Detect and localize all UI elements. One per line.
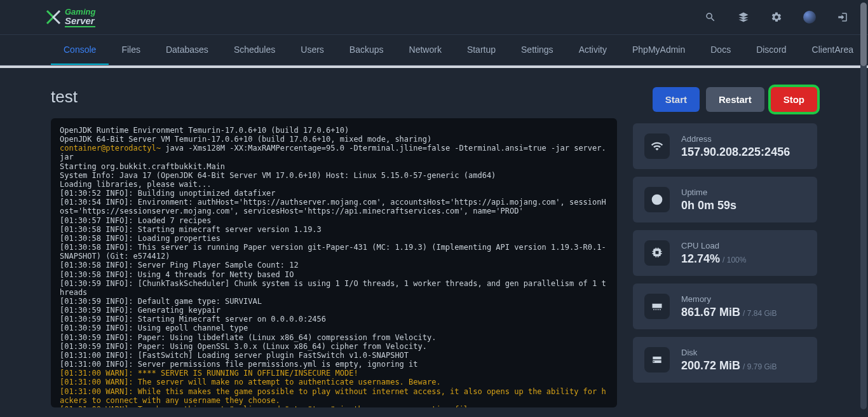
tab-files[interactable]: Files bbox=[109, 36, 153, 65]
tab-activity[interactable]: Activity bbox=[566, 36, 620, 65]
console-line: [01:30:58 INFO]: This server is running … bbox=[60, 243, 608, 261]
console-line: [01:31:00 WARN]: **** SERVER IS RUNNING … bbox=[60, 369, 608, 378]
scrollbar-thumb[interactable] bbox=[860, 3, 867, 66]
console-output[interactable]: OpenJDK Runtime Environment Temurin-17.0… bbox=[51, 118, 617, 407]
console-line: OpenJDK Runtime Environment Temurin-17.0… bbox=[60, 126, 608, 135]
stop-button[interactable]: Stop bbox=[771, 87, 817, 112]
console-line: [01:30:57 INFO]: Loaded 7 recipes bbox=[60, 216, 608, 225]
tab-phpmyadmin[interactable]: PhpMyAdmin bbox=[620, 36, 698, 65]
stat-value: 200.72 MiB/ 9.79 GiB bbox=[681, 359, 776, 373]
console-line: Loading libraries, please wait... bbox=[60, 180, 608, 189]
server-title: test bbox=[51, 87, 617, 107]
console-line: [01:30:59 INFO]: [ChunkTaskScheduler] Ch… bbox=[60, 279, 608, 297]
console-line: [01:30:59 INFO]: Starting Minecraft serv… bbox=[60, 315, 608, 324]
tab-settings[interactable]: Settings bbox=[508, 36, 566, 65]
tab-backups[interactable]: Backups bbox=[337, 36, 397, 65]
tab-schedules[interactable]: Schedules bbox=[221, 36, 288, 65]
console-line: [01:31:00 WARN]: While this makes the ga… bbox=[60, 387, 608, 405]
clock-icon bbox=[644, 187, 670, 212]
logo-icon bbox=[44, 8, 62, 26]
logo-text: Gaming Server bbox=[65, 8, 95, 27]
logo[interactable]: Gaming Server bbox=[44, 8, 95, 27]
navbar: ConsoleFilesDatabasesSchedulesUsersBacku… bbox=[0, 35, 868, 65]
wifi-icon bbox=[644, 133, 670, 159]
stat-value: 861.67 MiB/ 7.84 GiB bbox=[681, 306, 776, 319]
settings-icon[interactable] bbox=[770, 11, 783, 24]
power-controls: Start Restart Stop bbox=[633, 87, 817, 112]
disk-icon bbox=[644, 347, 670, 373]
search-icon[interactable] bbox=[704, 11, 717, 24]
cpu-icon bbox=[644, 240, 670, 266]
console-line: [01:30:59 INFO]: Generating keypair bbox=[60, 306, 608, 315]
console-line: [01:31:00 WARN]: To change this, set "on… bbox=[60, 405, 608, 407]
tab-discord[interactable]: Discord bbox=[743, 36, 799, 65]
topbar: Gaming Server bbox=[0, 0, 868, 35]
tab-clientarea[interactable]: ClientArea bbox=[799, 36, 866, 65]
right-column: Start Restart Stop Address 157.90.208.22… bbox=[633, 87, 817, 407]
stat-address: Address 157.90.208.225:2456 bbox=[633, 123, 817, 169]
stat-label: Address bbox=[681, 134, 790, 144]
tab-startup[interactable]: Startup bbox=[454, 36, 508, 65]
main: test OpenJDK Runtime Environment Temurin… bbox=[0, 68, 868, 407]
left-column: test OpenJDK Runtime Environment Temurin… bbox=[51, 87, 617, 407]
tab-console[interactable]: Console bbox=[51, 36, 109, 65]
page-scrollbar[interactable] bbox=[860, 3, 867, 409]
console-line: [01:31:00 INFO]: [FastSwitch] Loading se… bbox=[60, 351, 608, 360]
stat-label: CPU Load bbox=[681, 241, 746, 250]
progress-bar bbox=[0, 65, 868, 68]
layers-icon[interactable] bbox=[737, 11, 750, 24]
topbar-actions bbox=[704, 11, 849, 24]
console-line: [01:31:00 WARN]: The server will make no… bbox=[60, 378, 608, 386]
tab-network[interactable]: Network bbox=[397, 36, 454, 65]
stat-value: 0h 0m 59s bbox=[681, 199, 736, 212]
restart-button[interactable]: Restart bbox=[706, 87, 764, 112]
stat-label: Uptime bbox=[681, 188, 736, 197]
tab-users[interactable]: Users bbox=[288, 36, 337, 65]
memory-icon bbox=[644, 294, 670, 319]
logo-line2: Server bbox=[65, 16, 95, 27]
console-line: [01:30:58 INFO]: Starting minecraft serv… bbox=[60, 225, 608, 234]
stat-cpu: CPU Load 12.74%/ 100% bbox=[633, 230, 817, 276]
stat-memory: Memory 861.67 MiB/ 7.84 GiB bbox=[633, 284, 817, 329]
tab-databases[interactable]: Databases bbox=[153, 36, 221, 65]
logout-icon[interactable] bbox=[836, 11, 849, 24]
console-line: [01:30:59 INFO]: Using epoll channel typ… bbox=[60, 324, 608, 332]
console-line: [01:30:58 INFO]: Using 4 threads for Net… bbox=[60, 270, 608, 279]
console-line: [01:30:59 INFO]: Paper: Using OpenSSL 3.… bbox=[60, 342, 608, 351]
avatar[interactable] bbox=[803, 11, 816, 24]
stat-disk: Disk 200.72 MiB/ 9.79 GiB bbox=[633, 337, 817, 383]
console-line: System Info: Java 17 (OpenJDK 64-Bit Ser… bbox=[60, 171, 608, 180]
console-line: [01:30:54 INFO]: Environment: authHost='… bbox=[60, 198, 608, 215]
console-line: OpenJDK 64-Bit Server VM Temurin-17.0.6+… bbox=[60, 135, 608, 144]
console-line: [01:31:00 INFO]: Server permissions file… bbox=[60, 360, 608, 369]
console-line: [01:30:59 INFO]: Default game type: SURV… bbox=[60, 297, 608, 306]
console-line: [01:30:59 INFO]: Paper: Using libdeflate… bbox=[60, 333, 608, 342]
stat-uptime: Uptime 0h 0m 59s bbox=[633, 177, 817, 222]
stat-value: 12.74%/ 100% bbox=[681, 252, 746, 266]
console-line: container@pterodactyl~ java -Xms128M -XX… bbox=[60, 144, 608, 161]
console-line: [01:30:52 INFO]: Building unoptimized da… bbox=[60, 189, 608, 198]
console-line: [01:30:58 INFO]: Loading properties bbox=[60, 234, 608, 243]
logo-line1: Gaming bbox=[65, 8, 95, 16]
console-line: Starting org.bukkit.craftbukkit.Main bbox=[60, 162, 608, 171]
stat-label: Disk bbox=[681, 348, 776, 357]
stat-label: Memory bbox=[681, 294, 776, 304]
tab-docs[interactable]: Docs bbox=[698, 36, 743, 65]
start-button[interactable]: Start bbox=[653, 87, 700, 112]
stat-value: 157.90.208.225:2456 bbox=[681, 146, 790, 159]
console-line: [01:30:58 INFO]: Server Ping Player Samp… bbox=[60, 261, 608, 270]
